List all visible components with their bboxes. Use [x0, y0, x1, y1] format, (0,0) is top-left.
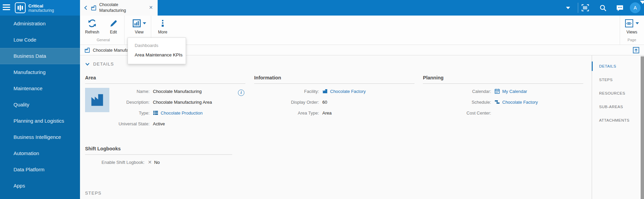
details-page-content: DETAILS Area Name: Chocolate Manufacturi… [80, 55, 592, 199]
steps-section-header[interactable]: STEPS [85, 191, 102, 196]
scrollbar-thumb[interactable] [641, 56, 644, 199]
calendar-link[interactable]: My Calendar [502, 89, 527, 94]
top-bar: Critical manufacturing Chocolate Manufac… [0, 0, 644, 16]
field-label: Facility: [254, 89, 319, 94]
sidebar-item-maintenance[interactable]: Maintenance [0, 80, 80, 97]
area-image [85, 88, 109, 112]
view-caret-icon [143, 22, 146, 24]
sidebar-item-quality[interactable]: Quality [0, 97, 80, 113]
field-label: Calendar: [423, 89, 491, 94]
field-value: Active [153, 121, 245, 126]
field-value: No [154, 160, 160, 165]
chevron-down-icon [85, 62, 90, 66]
details-header-label: DETAILS [93, 61, 114, 67]
search-icon[interactable] [597, 0, 608, 16]
main-sidebar: Administration Low Code Business Data Ma… [0, 16, 80, 199]
field-row-schedule: Schedule: Chocolate Factory [423, 97, 583, 107]
tab-chocolate-manufacturing[interactable]: Chocolate Manufacturing ✕ [80, 0, 158, 16]
field-row-area-type: Area Type: Area [254, 107, 414, 118]
shift-logbooks-title: Shift Logbooks [85, 146, 232, 155]
information-section-title: Information [254, 75, 414, 84]
shift-logbooks-section: Shift Logbooks Enable Shift Logbook: ✕ N… [85, 146, 232, 168]
nav-item-details[interactable]: DETAILS [592, 59, 639, 73]
dropdown-group-label: Dashboards [135, 43, 186, 48]
nav-item-resources[interactable]: RESOURCES [592, 86, 639, 100]
info-icon[interactable]: i [238, 90, 244, 96]
field-label: Universal State: [85, 121, 150, 126]
views-button[interactable]: Views [621, 18, 643, 39]
dropdown-item-area-maintenance-kpis[interactable]: Area Maintenance KPIs [135, 52, 186, 57]
pencil-icon [109, 18, 118, 28]
field-value: Chocolate Manufacturing [153, 89, 245, 94]
back-chevron-icon[interactable] [83, 5, 89, 10]
chat-icon[interactable] [614, 0, 625, 16]
field-label: Enable Shift Logbook: [85, 160, 144, 165]
facility-link[interactable]: Chocolate Factory [330, 89, 366, 94]
view-label: View [135, 30, 144, 34]
views-label: Views [626, 30, 637, 34]
sidebar-item-business-data[interactable]: Business Data [0, 48, 80, 64]
sidebar-item-administration[interactable]: Administration [0, 16, 80, 32]
sidebar-item-automation[interactable]: Automation [0, 145, 80, 161]
field-value: Area [322, 110, 414, 116]
topbar-dropdown-caret-icon[interactable] [564, 0, 572, 16]
schedule-link[interactable]: Chocolate Factory [502, 100, 538, 105]
boolean-false-icon: ✕ [148, 159, 152, 165]
nav-item-sub-areas[interactable]: SUB-AREAS [592, 100, 639, 114]
scrollbar-track[interactable] [641, 55, 644, 199]
views-caret-icon [636, 22, 639, 24]
field-row-calendar: Calendar: My Calendar [423, 86, 583, 97]
schedule-gantt-icon [494, 99, 500, 105]
logo-icon [15, 2, 26, 13]
tab-close-icon[interactable]: ✕ [149, 5, 153, 10]
sidebar-item-manufacturing[interactable]: Manufacturing [0, 64, 80, 80]
view-button[interactable]: View [128, 18, 151, 39]
views-eye-icon [625, 18, 639, 28]
view-dropdown-menu: Dashboards Area Maintenance KPIs [128, 38, 186, 64]
nav-item-attachments[interactable]: ATTACHMENTS [592, 114, 639, 127]
tab-title: Chocolate Manufacturing [99, 2, 136, 14]
refresh-label: Refresh [85, 30, 99, 34]
type-link[interactable]: Chocolate Production [161, 110, 203, 116]
toolbar-separator [124, 16, 125, 45]
entity-list-icon [153, 110, 158, 116]
sidebar-item-planning-and-logistics[interactable]: Planning and Logistics [0, 113, 80, 129]
field-row-universal-state: Universal State: Active [85, 118, 245, 129]
view-chart-icon [133, 18, 146, 28]
more-dots-icon [162, 18, 164, 28]
area-factory-icon [91, 5, 97, 11]
toolbar-group-general: General [82, 38, 124, 42]
topbar-divider [578, 3, 578, 13]
barcode-scanner-icon[interactable] [580, 0, 591, 16]
nav-item-steps[interactable]: STEPS [592, 73, 639, 86]
user-avatar[interactable]: A [630, 2, 641, 13]
corner-caret-icon [640, 1, 644, 4]
field-label: Schedule: [423, 100, 491, 105]
calendar-icon [494, 89, 500, 94]
refresh-button[interactable]: Refresh [82, 18, 102, 39]
factory-glyph-icon [89, 92, 105, 108]
sidebar-item-business-intelligence[interactable]: Business Intelligence [0, 129, 80, 145]
field-label: Area Type: [254, 110, 319, 116]
logo-text-secondary: manufacturing [28, 8, 54, 13]
edit-button[interactable]: Edit [104, 18, 123, 39]
field-row-facility: Facility: Chocolate Factory [254, 86, 414, 97]
field-row-enable-shift-logbook: Enable Shift Logbook: ✕ No [85, 157, 232, 168]
planning-section: Planning Calendar: My Calendar [423, 75, 583, 118]
planning-section-title: Planning [423, 75, 583, 84]
field-label: Cost Center: [423, 110, 491, 116]
more-button[interactable]: More [153, 18, 172, 39]
sidebar-item-apps[interactable]: Apps [0, 178, 80, 194]
field-value: 60 [322, 100, 414, 105]
field-value: Chocolate Manufacturing Area [153, 100, 245, 105]
refresh-icon [88, 18, 97, 28]
edit-label: Edit [110, 30, 117, 34]
hamburger-menu-icon[interactable] [3, 4, 10, 10]
expand-panel-icon[interactable] [633, 47, 639, 55]
sidebar-item-low-code[interactable]: Low Code [0, 32, 80, 48]
sidebar-item-data-platform[interactable]: Data Platform [0, 161, 80, 178]
section-anchor-nav: DETAILS STEPS RESOURCES SUB-AREAS ATTACH… [592, 55, 639, 199]
field-row-cost-center: Cost Center: [423, 107, 583, 118]
field-label: Display Order: [254, 100, 319, 105]
details-section-header[interactable]: DETAILS [85, 61, 114, 67]
